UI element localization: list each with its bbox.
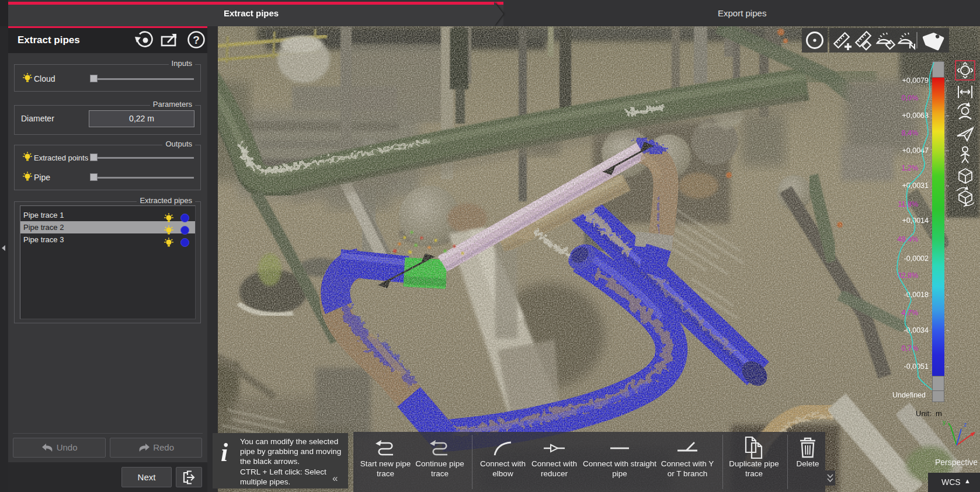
svg-text:y: y [943,418,946,425]
svg-text:z: z [964,421,967,428]
svg-text:?: ? [193,34,200,46]
